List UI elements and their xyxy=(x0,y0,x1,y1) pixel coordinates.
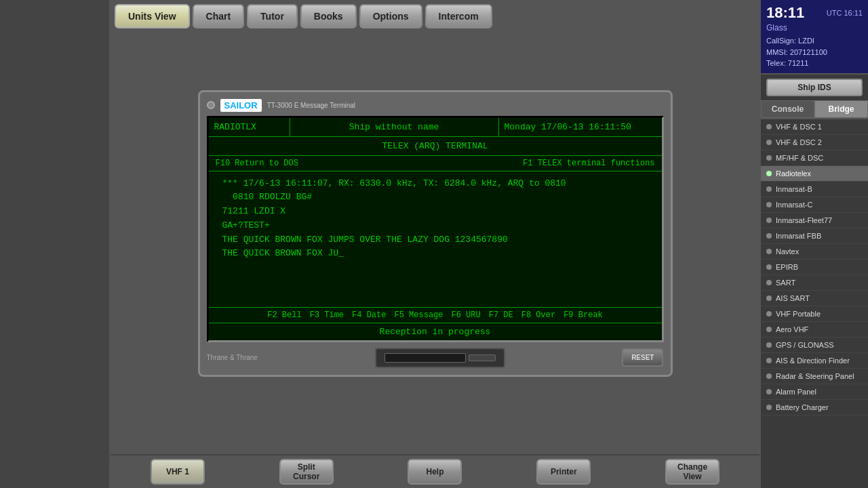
menu-aero-vhf[interactable]: Aero VHF xyxy=(761,322,868,338)
menu-dot xyxy=(766,155,772,161)
terminal-title-row: RADIOTLX Ship without name Monday 17/06-… xyxy=(209,118,662,137)
nav-books[interactable]: Books xyxy=(300,4,357,28)
menu-dot xyxy=(766,358,772,363)
fn-f6: F6 URU xyxy=(452,310,481,320)
tape-indicator xyxy=(469,354,496,361)
clock-glass: Glass xyxy=(766,23,863,33)
mmsi-label: MMSI: xyxy=(766,48,788,56)
menu-dot xyxy=(766,186,772,192)
fn-f2: F2 Bell xyxy=(267,310,301,320)
menu-inmarsat-fleet77[interactable]: Inmarsat-Fleet77 xyxy=(761,213,868,228)
menu-sart[interactable]: SART xyxy=(761,275,868,291)
telex-label: Telex: xyxy=(766,59,786,67)
tape-slot xyxy=(384,353,466,363)
content-line-7: THE QUICK BROWN FOX JU_ xyxy=(222,247,648,261)
mmsi-value: 207121100 xyxy=(790,48,827,56)
content-line-0: *** 17/6-13 16:11:07, RX: 6330.0 kHz, TX… xyxy=(222,177,648,191)
content-line-1: 0810 RDOLZU BG# xyxy=(222,190,648,205)
top-nav: Units View Chart Tutor Books Options Int… xyxy=(111,0,868,33)
menu-ais-sart[interactable]: AIS SART xyxy=(761,291,868,306)
menu-radar-steering[interactable]: Radar & Steering Panel xyxy=(761,369,868,384)
callsign-label: CallSign: xyxy=(766,37,796,45)
terminal-device: SAILOR TT-3000 E Message Terminal RADIOT… xyxy=(198,90,673,377)
content-line-4: GA+?TEST+ xyxy=(222,219,648,233)
left-strip xyxy=(0,0,111,488)
tape-deck xyxy=(375,348,505,368)
clock-info: CallSign: LZDI MMSI: 207121100 Telex: 71… xyxy=(766,35,863,69)
terminal-status: Reception in progress xyxy=(209,323,662,340)
reset-button[interactable]: RESET xyxy=(622,348,663,367)
terminal-logo: SAILOR xyxy=(220,99,262,112)
nav-tutor[interactable]: Tutor xyxy=(247,4,298,28)
callsign-value: LZDI xyxy=(798,37,814,45)
menu-dot xyxy=(766,405,772,410)
terminal-content[interactable]: *** 17/6-13 16:11:07, RX: 6330.0 kHz, TX… xyxy=(209,171,662,307)
menu-dot xyxy=(766,373,772,379)
menu-vhf-portable[interactable]: VHF Portable xyxy=(761,306,868,322)
menu-radiotelex[interactable]: Radiotelex xyxy=(761,166,868,182)
menu-mfhf-dsc[interactable]: MF/HF & DSC xyxy=(761,150,868,166)
menu-dot xyxy=(766,249,772,254)
device-bottom: Thrane & Thrane RESET xyxy=(207,348,664,368)
console-bridge-tabs: Console Bridge xyxy=(761,100,868,119)
tab-console[interactable]: Console xyxy=(761,100,814,118)
fn-f4: F4 Date xyxy=(352,310,386,320)
menu-epirb[interactable]: EPIRB xyxy=(761,260,868,275)
menu-navtex[interactable]: Navtex xyxy=(761,244,868,260)
menu-dot xyxy=(766,233,772,239)
menu-dot xyxy=(766,342,772,348)
fn-top-right: F1 TELEX terminal functions xyxy=(523,159,654,168)
right-menu: VHF & DSC 1 VHF & DSC 2 MF/HF & DSC Radi… xyxy=(761,119,868,415)
menu-gps-glonass[interactable]: GPS / GLONASS xyxy=(761,338,868,353)
telex-value: 71211 xyxy=(788,59,809,67)
terminal-col3: Monday 17/06-13 16:11:50 xyxy=(499,118,662,136)
menu-dot xyxy=(766,311,772,317)
clock-time: 18:11 xyxy=(766,4,804,22)
nav-chart[interactable]: Chart xyxy=(193,4,245,28)
bottom-btn-printer[interactable]: Printer xyxy=(536,459,591,485)
menu-dot xyxy=(766,264,772,270)
tab-bridge[interactable]: Bridge xyxy=(814,100,868,118)
nav-units-view[interactable]: Units View xyxy=(115,4,190,28)
terminal-col1: RADIOTLX xyxy=(209,118,290,136)
menu-battery-charger[interactable]: Battery Charger xyxy=(761,400,868,415)
clock-area: 18:11 UTC 16:11 Glass CallSign: LZDI MMS… xyxy=(761,0,868,75)
bottom-btn-help[interactable]: Help xyxy=(408,459,462,485)
menu-dot xyxy=(766,389,772,394)
clock-utc: UTC 16:11 xyxy=(827,9,863,17)
main-area: SAILOR TT-3000 E Message Terminal RADIOT… xyxy=(111,33,760,454)
menu-ais-direction-finder[interactable]: AIS & Direction Finder xyxy=(761,353,868,369)
menu-inmarsat-fbb[interactable]: Inmarsat FBB xyxy=(761,228,868,244)
menu-vhf-dsc1[interactable]: VHF & DSC 1 xyxy=(761,119,868,135)
menu-vhf-dsc2[interactable]: VHF & DSC 2 xyxy=(761,135,868,150)
bottom-nav: VHF 1 Split Cursor Help Printer Change V… xyxy=(111,454,760,488)
fn-f3: F3 Time xyxy=(310,310,344,320)
ship-ids-button[interactable]: Ship IDS xyxy=(766,79,863,96)
terminal-col2: Ship without name xyxy=(290,118,499,136)
fn-f5: F5 Message xyxy=(394,310,443,320)
terminal-subtitle: TELEX (ARQ) TERMINAL xyxy=(209,137,662,156)
menu-dot xyxy=(766,140,772,145)
terminal-fn-top: F10 Return to DOS F1 TELEX terminal func… xyxy=(209,156,662,171)
menu-dot xyxy=(766,218,772,223)
right-panel: 18:11 UTC 16:11 Glass CallSign: LZDI MMS… xyxy=(760,0,868,488)
content-line-2: 71211 LZDI X xyxy=(222,205,648,219)
menu-inmarsat-b[interactable]: Inmarsat-B xyxy=(761,182,868,197)
nav-options[interactable]: Options xyxy=(359,4,422,28)
power-indicator xyxy=(207,101,215,109)
menu-dot xyxy=(766,124,772,129)
bottom-btn-vhf1[interactable]: VHF 1 xyxy=(151,459,205,485)
bottom-btn-split-cursor[interactable]: Split Cursor xyxy=(279,459,334,485)
menu-dot xyxy=(766,280,772,285)
menu-inmarsat-c[interactable]: Inmarsat-C xyxy=(761,197,868,213)
bottom-btn-change-view[interactable]: Change View xyxy=(665,459,719,485)
nav-intercom[interactable]: Intercom xyxy=(425,4,492,28)
fn-top-left: F10 Return to DOS xyxy=(216,159,298,168)
menu-alarm-panel[interactable]: Alarm Panel xyxy=(761,384,868,400)
terminal-model: TT-3000 E Message Terminal xyxy=(267,102,355,109)
terminal-fn-bottom: F2 Bell F3 Time F4 Date F5 Message F6 UR… xyxy=(209,307,662,323)
menu-dot xyxy=(766,327,772,332)
menu-dot xyxy=(766,296,772,301)
menu-dot xyxy=(766,202,772,207)
content-line-6: THE QUICK BROWN FOX JUMPS OVER THE LAZY … xyxy=(222,233,648,247)
